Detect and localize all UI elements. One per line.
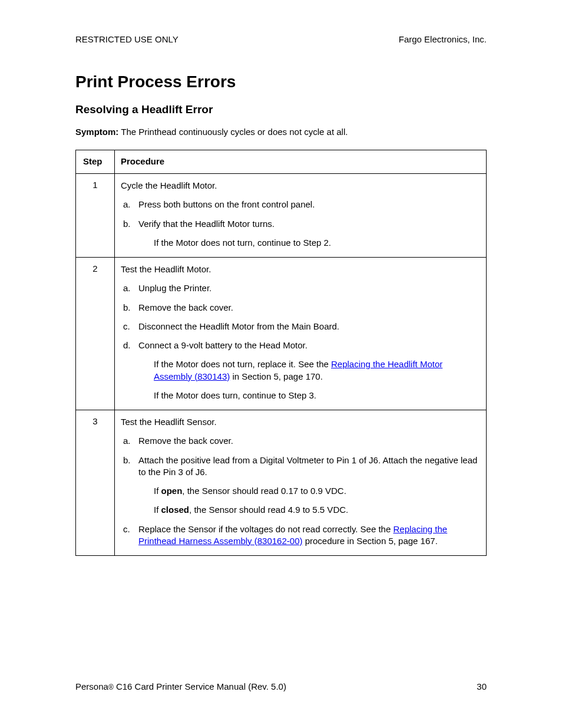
list-item: c. Disconnect the Headlift Motor from th…: [123, 321, 480, 332]
list-item: c. Replace the Sensor if the voltages do…: [123, 523, 480, 548]
list-item: b. Verify that the Headlift Motor turns.: [123, 218, 480, 230]
procedure-table: Step Procedure 1 Cycle the Headlift Moto…: [75, 150, 487, 556]
step-number: 1: [76, 174, 115, 258]
table-row: 1 Cycle the Headlift Motor. a. Press bot…: [76, 174, 487, 258]
note-pre: If: [154, 505, 161, 515]
item-letter: d.: [123, 340, 138, 351]
note-text: If the Motor does turn, continue to Step…: [154, 390, 480, 401]
item-text: Press both buttons on the front control …: [138, 199, 480, 210]
lead-text: Cycle the Headlift Motor.: [121, 180, 480, 192]
list-item: a. Unplug the Printer.: [123, 282, 480, 294]
table-row: 2 Test the Headlift Motor. a. Unplug the…: [76, 258, 487, 410]
page-footer: Persona® C16 Card Printer Service Manual…: [75, 681, 487, 691]
lead-text: Test the Headlift Sensor.: [121, 416, 480, 428]
note-post: , the Sensor should read 0.17 to 0.9 VDC…: [182, 486, 346, 496]
item-letter: b.: [123, 302, 138, 314]
footer-left: Persona® C16 Card Printer Service Manual…: [75, 681, 286, 691]
item-text: Replace the Sensor if the voltages do no…: [138, 523, 480, 548]
note-post: , the Sensor should read 4.9 to 5.5 VDC.: [189, 505, 348, 515]
section-title: Resolving a Headlift Error: [75, 103, 487, 116]
note-text: If closed, the Sensor should read 4.9 to…: [154, 504, 480, 516]
item-letter: b.: [123, 454, 138, 479]
item-letter: c.: [123, 321, 138, 332]
item-text: Remove the back cover.: [138, 435, 480, 447]
page-number: 30: [477, 681, 487, 691]
step-number: 3: [76, 410, 115, 556]
item-text: Remove the back cover.: [138, 302, 480, 314]
item-letter: b.: [123, 218, 138, 230]
note-pre: If: [154, 486, 161, 496]
procedure-cell: Test the Headlift Sensor. a. Remove the …: [115, 410, 487, 556]
note-text: If the Motor does not turn, replace it. …: [154, 358, 480, 383]
col-step: Step: [76, 150, 115, 174]
note-post: in Section 5, page 170.: [230, 371, 323, 381]
procedure-cell: Cycle the Headlift Motor. a. Press both …: [115, 174, 487, 258]
note-pre: If the Motor does not turn, replace it. …: [154, 359, 331, 369]
item-letter: a.: [123, 435, 138, 447]
symptom-text: The Printhead continuously cycles or doe…: [118, 127, 348, 137]
item-text: Verify that the Headlift Motor turns.: [138, 218, 480, 230]
item-text: Connect a 9-volt battery to the Head Mot…: [138, 340, 480, 351]
note-text: If open, the Sensor should read 0.17 to …: [154, 485, 480, 497]
page-content: RESTRICTED USE ONLY Fargo Electronics, I…: [0, 0, 562, 556]
list-item: a. Remove the back cover.: [123, 435, 480, 447]
note-bold: open: [161, 486, 183, 496]
footer-product-post: C16 Card Printer Service Manual (Rev. 5.…: [114, 681, 286, 691]
list-item: b. Remove the back cover.: [123, 302, 480, 314]
page-header: RESTRICTED USE ONLY Fargo Electronics, I…: [75, 34, 487, 44]
item-letter: a.: [123, 282, 138, 294]
note-bold: closed: [161, 505, 190, 515]
item-text: Disconnect the Headlift Motor from the M…: [138, 321, 480, 332]
symptom-line: Symptom: The Printhead continuously cycl…: [75, 127, 487, 137]
registered-icon: ®: [108, 683, 114, 691]
list-item: d. Connect a 9-volt battery to the Head …: [123, 340, 480, 351]
note-text: If the Motor does not turn, continue to …: [154, 237, 480, 249]
header-left: RESTRICTED USE ONLY: [75, 34, 178, 44]
item-text: Attach the positive lead from a Digital …: [138, 454, 480, 479]
page-title: Print Process Errors: [75, 73, 487, 91]
procedure-cell: Test the Headlift Motor. a. Unplug the P…: [115, 258, 487, 410]
header-right: Fargo Electronics, Inc.: [399, 34, 487, 44]
col-procedure: Procedure: [115, 150, 487, 174]
item-letter: c.: [123, 523, 138, 548]
item-text: Unplug the Printer.: [138, 282, 480, 294]
item-pre: Replace the Sensor if the voltages do no…: [138, 524, 393, 534]
item-post: procedure in Section 5, page 167.: [302, 536, 437, 546]
lead-text: Test the Headlift Motor.: [121, 263, 480, 275]
list-item: a. Press both buttons on the front contr…: [123, 199, 480, 210]
step-number: 2: [76, 258, 115, 410]
list-item: b. Attach the positive lead from a Digit…: [123, 454, 480, 479]
footer-product-pre: Persona: [75, 681, 108, 691]
table-row: 3 Test the Headlift Sensor. a. Remove th…: [76, 410, 487, 556]
item-letter: a.: [123, 199, 138, 210]
symptom-label: Symptom:: [75, 127, 118, 137]
